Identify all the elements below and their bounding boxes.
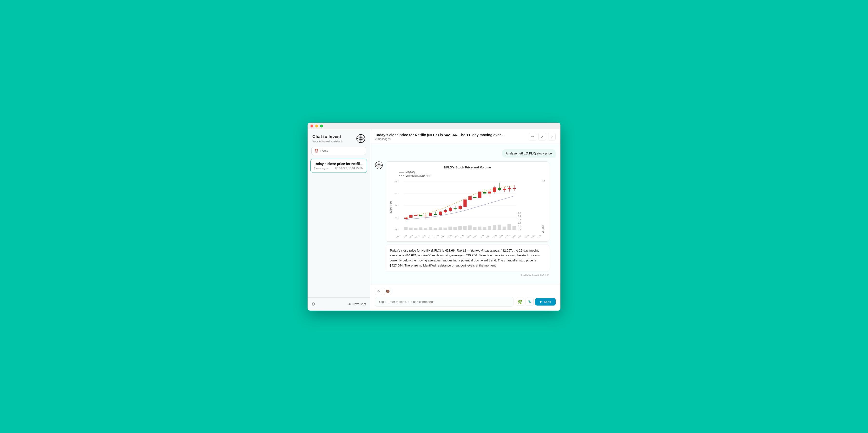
clock-icon: ⏰ xyxy=(314,149,318,153)
chandelier-label: ChandelierStop(66,4.4) xyxy=(406,174,430,177)
chat-header: Today's close price for Netflix (NFLX) i… xyxy=(370,129,560,144)
chat-title: Today's close price for Netflix (NFLX) i… xyxy=(375,133,504,137)
settings-button[interactable]: ⚙ xyxy=(311,301,315,307)
x-label: 230515 xyxy=(453,235,459,238)
messages-container: Analyze netflix(NFLX) stock price xyxy=(370,144,560,285)
x-label: 230717 xyxy=(511,235,517,238)
x-label: 230320 xyxy=(402,235,408,238)
y-axis-left-label: Stock Price xyxy=(390,179,393,234)
send-button[interactable]: ➤ Send xyxy=(535,298,556,306)
expand-button[interactable]: ⤢ xyxy=(548,133,556,141)
minimize-dot[interactable] xyxy=(315,124,318,127)
bear-toolbar-button[interactable]: 🐻 xyxy=(384,288,391,295)
edit-button[interactable]: ✏ xyxy=(529,133,536,141)
x-label: 230424 xyxy=(434,235,440,238)
share-icon: ↗ xyxy=(541,135,544,139)
message-input[interactable] xyxy=(375,297,514,307)
sidebar-footer-left: ⚙ xyxy=(311,301,315,307)
user-bubble: Analyze netflix(NFLX) stock price xyxy=(502,149,556,157)
x-label: 230814 xyxy=(537,235,543,238)
titlebar xyxy=(308,123,560,129)
x-label: 230807 xyxy=(531,235,536,238)
chart-main xyxy=(394,179,541,234)
sidebar-search[interactable]: ⏰ Stock xyxy=(311,147,366,155)
chat-header-info: Today's close price for Netflix (NFLX) i… xyxy=(375,133,504,141)
chat-item-meta: 2 messages 8/16/2023, 10:34:25 PM xyxy=(314,167,364,170)
app-window: Chat to Invest Your AI invest assistant.… xyxy=(308,123,560,311)
refresh-icon-button[interactable]: ↻ xyxy=(526,297,534,306)
new-chat-button[interactable]: ⊕ New Chat xyxy=(348,302,366,306)
settings-toolbar-icon: ⚙ xyxy=(377,289,380,293)
x-axis-labels: 230313 230320 230327 230403 230410 23041… xyxy=(390,235,545,238)
x-label: 230417 xyxy=(428,235,434,238)
y-axis-right-label: Volume xyxy=(541,225,545,233)
new-chat-label: New Chat xyxy=(352,302,366,306)
edit-icon: ✏ xyxy=(531,135,534,139)
input-area: ⚙ 🐻 🌿 ↻ xyxy=(370,285,560,311)
close-dot[interactable] xyxy=(310,124,313,127)
x-label: 230612 xyxy=(479,235,485,238)
x-label: 230313 xyxy=(396,235,402,238)
refresh-icon: ↻ xyxy=(528,299,531,304)
x-label: 230403 xyxy=(415,235,421,238)
x-label: 230522 xyxy=(460,235,466,238)
input-toolbar: ⚙ 🐻 xyxy=(375,288,556,295)
leaf-icon: 🌿 xyxy=(518,299,522,304)
stock-search-button[interactable]: ⏰ Stock xyxy=(311,147,366,155)
x-label: 230731 xyxy=(524,235,530,238)
chat-item-time: 8/16/2023, 10:34:25 PM xyxy=(335,167,364,170)
ma-line-icon xyxy=(399,172,404,173)
legend-item-chandelier: ChandelierStop(66,4.4) xyxy=(399,174,545,177)
send-label: Send xyxy=(544,300,551,304)
ma-label: MA(200) xyxy=(406,171,415,174)
chart-title: NFLX's Stock Price and Volume xyxy=(390,166,545,169)
assistant-avatar xyxy=(375,162,383,169)
sidebar-header: Chat to Invest Your AI invest assistant. xyxy=(308,129,370,147)
share-button[interactable]: ↗ xyxy=(538,133,546,141)
x-label: 230626 xyxy=(492,235,498,238)
send-actions: 🌿 ↻ ➤ Send xyxy=(516,297,556,306)
sidebar-footer: ⚙ ⊕ New Chat xyxy=(308,297,370,311)
chart-with-axes: Stock Price 1e8 Volume xyxy=(390,179,545,234)
message-timestamp: 8/16/2023, 10:34:06 PM xyxy=(385,273,549,276)
x-label: 230508 xyxy=(447,235,453,238)
x-label: 230724 xyxy=(518,235,524,238)
expand-icon: ⤢ xyxy=(550,135,553,139)
plus-icon: ⊕ xyxy=(348,302,351,306)
chat-item-title: Today's close price for Netfli... xyxy=(314,162,364,166)
input-row: 🌿 ↻ ➤ Send xyxy=(375,297,556,307)
chat-item[interactable]: Today's close price for Netfli... 2 mess… xyxy=(310,159,367,173)
y-axis-right: 1e8 Volume xyxy=(541,179,545,234)
stock-search-label: Stock xyxy=(320,149,328,153)
x-label: 230410 xyxy=(421,235,427,238)
x-label: 230710 xyxy=(505,235,511,238)
x-label: 230605 xyxy=(472,235,478,238)
legend-item-ma: MA(200) xyxy=(399,171,545,174)
chat-item-count: 2 messages xyxy=(314,167,328,170)
chat-area: Today's close price for Netflix (NFLX) i… xyxy=(370,129,560,311)
x-label: 230619 xyxy=(486,235,492,238)
user-message-text: Analyze netflix(NFLX) stock price xyxy=(506,151,552,155)
settings-icon: ⚙ xyxy=(311,302,315,307)
stock-chart-canvas xyxy=(394,179,529,234)
app-title: Chat to Invest xyxy=(312,134,343,139)
assistant-message: NFLX's Stock Price and Volume MA(200) Ch… xyxy=(375,162,556,276)
main-content: Chat to Invest Your AI invest assistant.… xyxy=(308,129,560,311)
assistant-text: Today's close price for Netflix (NFLX) i… xyxy=(385,244,549,272)
chandelier-line-icon xyxy=(399,175,404,176)
user-message: Analyze netflix(NFLX) stock price xyxy=(375,149,556,157)
settings-toolbar-button[interactable]: ⚙ xyxy=(375,288,382,295)
x-label: 230529 xyxy=(466,235,472,238)
bear-toolbar-icon: 🐻 xyxy=(386,289,390,293)
chart-legend: MA(200) ChandelierStop(66,4.4) xyxy=(390,171,545,177)
sidebar-header-text: Chat to Invest Your AI invest assistant. xyxy=(312,134,343,143)
app-subtitle: Your AI invest assistant. xyxy=(312,140,343,143)
chart-container: NFLX's Stock Price and Volume MA(200) Ch… xyxy=(385,162,549,242)
send-arrow-icon: ➤ xyxy=(539,300,542,304)
x-label: 230703 xyxy=(498,235,504,238)
leaf-icon-button[interactable]: 🌿 xyxy=(516,297,524,306)
chat-message-count: 2 messages xyxy=(375,137,504,141)
expand-dot[interactable] xyxy=(320,124,323,127)
brand-logo xyxy=(356,134,365,143)
sidebar: Chat to Invest Your AI invest assistant.… xyxy=(308,129,370,311)
